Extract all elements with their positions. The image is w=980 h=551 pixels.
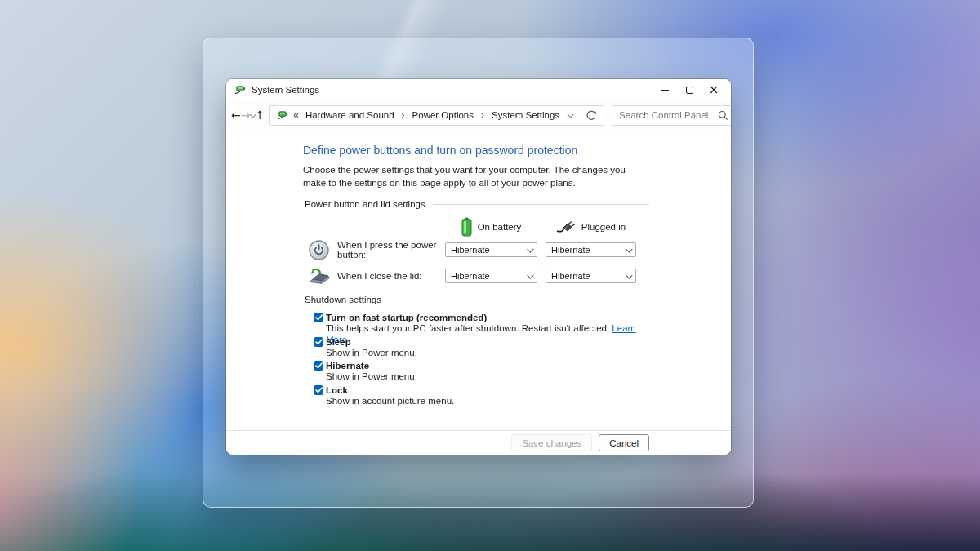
lock-checkbox[interactable] <box>314 385 323 395</box>
breadcrumb-prefix-icon: « <box>293 109 299 121</box>
power-button-plugged-in-select[interactable]: Hibernate <box>546 242 636 257</box>
save-changes-button[interactable]: Save changes <box>511 434 592 451</box>
description-text: This helps start your PC faster after sh… <box>326 323 612 333</box>
maximize-button[interactable] <box>677 81 702 99</box>
minimize-button[interactable] <box>653 81 677 99</box>
title-bar: System Settings × <box>226 79 731 100</box>
sleep-option: Sleep Show in Power menu. <box>303 336 649 359</box>
select-value: Hibernate <box>451 271 490 281</box>
power-options-icon <box>276 109 288 122</box>
close-lid-plugged-in-select[interactable]: Hibernate <box>546 269 636 283</box>
power-button-label: When I press the power button: <box>337 240 445 260</box>
search-box[interactable] <box>612 105 731 126</box>
close-lid-on-battery-select[interactable]: Hibernate <box>445 269 537 283</box>
laptop-lid-icon <box>309 266 331 287</box>
fast-startup-description: This helps start your PC faster after sh… <box>314 323 649 335</box>
hibernate-option: Hibernate Show in Power menu. <box>303 360 649 383</box>
close-lid-label: When I close the lid: <box>337 271 445 281</box>
power-options-icon <box>234 84 246 96</box>
hibernate-description: Show in Power menu. <box>314 371 649 383</box>
back-button[interactable]: ← <box>231 109 241 122</box>
address-dropdown-button[interactable] <box>561 113 579 118</box>
window-title: System Settings <box>252 85 319 95</box>
plugged-in-label: Plugged in <box>581 222 626 232</box>
maximize-icon <box>686 87 693 94</box>
forward-button[interactable]: → <box>241 109 251 122</box>
check-icon <box>315 362 323 369</box>
chevron-down-icon <box>527 273 533 279</box>
column-header-row: On battery Plugged in <box>303 216 649 238</box>
plug-icon <box>556 220 576 233</box>
sleep-label: Sleep <box>326 337 351 347</box>
breadcrumb-hardware-and-sound[interactable]: Hardware and Sound <box>304 110 396 120</box>
navigation-bar: ← → ↑ « Hardware and Sound › Power Optio… <box>226 100 731 130</box>
chevron-down-icon <box>568 111 574 118</box>
select-value: Hibernate <box>551 245 590 255</box>
settings-content: Define power buttons and turn on passwor… <box>226 130 731 430</box>
check-icon <box>315 339 323 345</box>
search-input[interactable] <box>619 110 718 120</box>
power-button-on-battery-select[interactable]: Hibernate <box>445 242 537 257</box>
sleep-checkbox[interactable] <box>314 337 323 347</box>
check-icon <box>315 387 323 393</box>
power-section-title: Power button and lid settings <box>305 199 425 209</box>
breadcrumb-separator-icon: › <box>475 109 490 121</box>
address-bar[interactable]: « Hardware and Sound › Power Options › S… <box>270 105 604 126</box>
page-title: Define power buttons and turn on passwor… <box>303 144 649 157</box>
section-divider <box>433 204 649 205</box>
fast-startup-label: Turn on fast startup (recommended) <box>326 313 487 322</box>
chevron-down-icon <box>626 247 632 253</box>
fast-startup-option: Turn on fast startup (recommended) This … <box>303 312 649 335</box>
hibernate-checkbox[interactable] <box>314 361 323 371</box>
shutdown-section-title: Shutdown settings <box>305 295 381 304</box>
plugged-in-column: Plugged in <box>546 220 636 233</box>
breadcrumb-system-settings[interactable]: System Settings <box>490 110 561 120</box>
breadcrumb-power-options[interactable]: Power Options <box>411 110 475 120</box>
select-value: Hibernate <box>451 245 490 255</box>
lock-option: Lock Show in account picture menu. <box>303 384 649 407</box>
lock-label: Lock <box>326 385 348 395</box>
close-icon: × <box>709 84 719 96</box>
close-button[interactable]: × <box>702 81 726 99</box>
sleep-description: Show in Power menu. <box>314 348 649 359</box>
search-icon[interactable] <box>718 110 728 121</box>
up-button[interactable]: ↑ <box>255 109 265 122</box>
select-value: Hibernate <box>551 271 590 281</box>
cancel-button[interactable]: Cancel <box>599 434 649 451</box>
hibernate-label: Hibernate <box>326 361 369 371</box>
power-button-row: When I press the power button: Hibernate… <box>303 239 649 260</box>
system-settings-window: System Settings × ← → ↑ « Hardware and S… <box>226 79 731 455</box>
chevron-down-icon <box>626 273 632 279</box>
battery-icon <box>461 217 472 237</box>
chevron-down-icon <box>527 247 533 253</box>
lock-description: Show in account picture menu. <box>314 396 649 407</box>
check-icon <box>315 314 323 321</box>
minimize-icon <box>661 90 669 91</box>
breadcrumb-separator-icon: › <box>396 109 411 121</box>
fast-startup-checkbox[interactable] <box>314 313 323 322</box>
shutdown-section-header: Shutdown settings <box>305 295 649 304</box>
close-lid-row: When I close the lid: Hibernate Hibernat… <box>303 265 649 287</box>
intro-text: Choose the power settings that you want … <box>303 163 649 189</box>
on-battery-column: On battery <box>445 217 537 237</box>
refresh-button[interactable] <box>582 109 600 121</box>
footer-bar: Save changes Cancel <box>226 430 731 455</box>
on-battery-label: On battery <box>478 222 522 232</box>
power-button-icon <box>309 240 329 260</box>
power-section-header: Power button and lid settings <box>305 199 649 209</box>
section-divider <box>389 300 649 300</box>
refresh-icon <box>586 109 597 121</box>
